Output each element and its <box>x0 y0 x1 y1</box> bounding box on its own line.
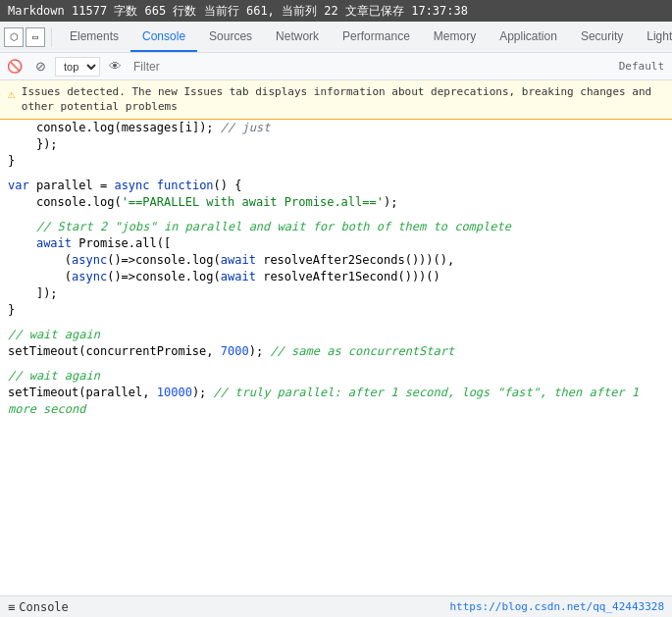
tab-console[interactable]: Console <box>130 22 197 52</box>
tab-bar: ⬡ ▭ Elements Console Sources Network Per… <box>0 22 672 53</box>
device-icon[interactable]: ▭ <box>26 27 45 47</box>
bottom-console-icon: ≡ <box>8 600 15 614</box>
context-select[interactable]: top <box>55 57 100 77</box>
bottom-console-tab: ≡ Console <box>8 600 69 614</box>
eye-icon[interactable]: 👁 <box>104 56 126 77</box>
empty-line <box>0 360 672 368</box>
code-line: }); <box>0 136 672 153</box>
code-line: setTimeout(parallel, 10000); // truly pa… <box>0 385 672 418</box>
bottom-bar: ≡ Console https://blog.csdn.net/qq_42443… <box>0 595 672 617</box>
code-line: // wait again <box>0 327 672 343</box>
code-line: console.log(messages[i]); // just <box>0 120 672 136</box>
code-line: await Promise.all([ <box>0 235 672 252</box>
warning-icon: ⚠ <box>8 85 16 103</box>
empty-line <box>0 211 672 219</box>
code-area: console.log(messages[i]); // just }); } … <box>0 120 672 609</box>
warning-text: Issues detected. The new Issues tab disp… <box>22 84 664 115</box>
code-line: // Start 2 "jobs" in parallel and wait f… <box>0 219 672 235</box>
tab-application[interactable]: Application <box>488 22 569 52</box>
code-line: setTimeout(concurrentPromise, 7000); // … <box>0 343 672 360</box>
code-line: ]); <box>0 285 672 302</box>
tab-lighthouse[interactable]: Lighth... <box>635 22 672 52</box>
code-line: (async()=>console.log(await resolveAfter… <box>0 252 672 269</box>
code-line: var parallel = async function() { <box>0 178 672 194</box>
empty-line <box>0 170 672 178</box>
tab-network[interactable]: Network <box>264 22 331 52</box>
tab-elements[interactable]: Elements <box>58 22 130 52</box>
code-line: } <box>0 153 672 170</box>
code-line: console.log('==PARALLEL with await Promi… <box>0 194 672 211</box>
filter-bar: 🚫 ⊘ top 👁 Default <box>0 53 672 80</box>
tab-security[interactable]: Security <box>569 22 635 52</box>
title-bar: Markdown 11577 字数 665 行数 当前行 661, 当前列 22… <box>0 0 672 22</box>
inspect-icon[interactable]: ⬡ <box>4 27 24 47</box>
tab-memory[interactable]: Memory <box>422 22 488 52</box>
code-line: } <box>0 302 672 319</box>
filter-toggle-button[interactable]: ⊘ <box>29 56 51 77</box>
tab-performance[interactable]: Performance <box>331 22 422 52</box>
code-line: (async()=>console.log(await resolveAfter… <box>0 269 672 285</box>
devtools-icons: ⬡ ▭ <box>4 27 52 47</box>
clear-console-button[interactable]: 🚫 <box>4 56 26 77</box>
filter-input[interactable] <box>129 60 615 74</box>
warning-bar: ⚠ Issues detected. The new Issues tab di… <box>0 80 672 120</box>
tab-sources[interactable]: Sources <box>197 22 264 52</box>
code-line: // wait again <box>0 368 672 385</box>
bottom-url: https://blog.csdn.net/qq_42443328 <box>449 600 664 613</box>
default-label: Default <box>619 60 668 73</box>
bottom-console-label: Console <box>19 600 69 614</box>
empty-line <box>0 319 672 327</box>
title-text: Markdown 11577 字数 665 行数 当前行 661, 当前列 22… <box>8 3 468 20</box>
